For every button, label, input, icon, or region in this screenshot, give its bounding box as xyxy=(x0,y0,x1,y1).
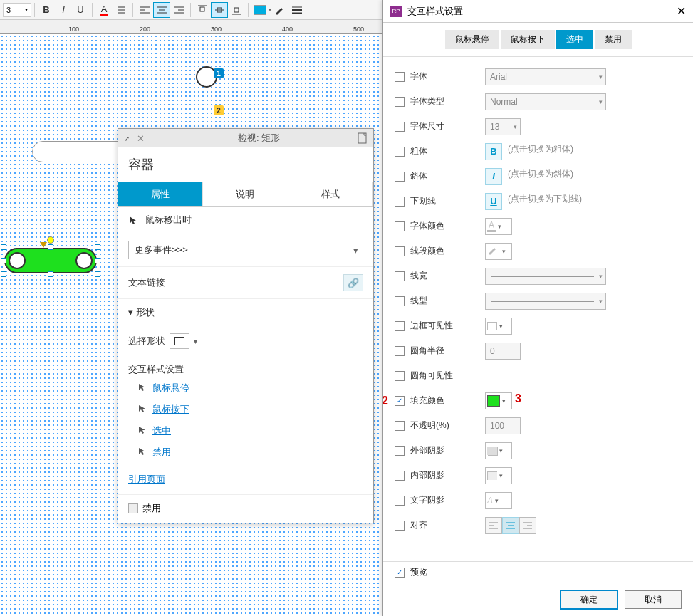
valign-bottom-button[interactable] xyxy=(228,2,245,18)
inspector-header[interactable]: ⤢ ✕ 检视: 矩形 xyxy=(118,129,373,147)
align-left-button[interactable] xyxy=(136,2,153,18)
line-style-select[interactable] xyxy=(485,293,606,310)
align-center-icon xyxy=(157,6,167,14)
opacity-input[interactable]: 100 xyxy=(485,417,521,434)
checkbox[interactable] xyxy=(395,521,405,531)
checkbox[interactable] xyxy=(395,221,405,231)
bold-button[interactable]: B xyxy=(38,2,55,18)
tab-disabled[interactable]: 禁用 xyxy=(595,30,632,49)
inner-shadow-picker[interactable]: ▾ xyxy=(485,467,512,484)
checkbox[interactable] xyxy=(395,421,405,431)
inspector-panel: ⤢ ✕ 检视: 矩形 容器 属性 说明 样式 鼠标移出时 更多事件>>>▾ 文本… xyxy=(118,128,374,523)
checkbox[interactable] xyxy=(395,172,405,182)
checkbox[interactable] xyxy=(395,371,405,381)
font-size-select[interactable]: 3▾ xyxy=(3,3,31,17)
checkbox-icon[interactable] xyxy=(128,503,138,513)
disable-row[interactable]: 禁用 xyxy=(118,494,373,519)
outer-shadow-picker[interactable]: ▾ xyxy=(485,442,512,459)
text-color-picker[interactable]: A▾ xyxy=(485,218,512,235)
resize-handle[interactable] xyxy=(1,258,6,263)
fill-button[interactable] xyxy=(251,2,269,18)
style-mousedown-row[interactable]: 鼠标按下 xyxy=(118,399,373,420)
text-shadow-picker[interactable]: A▾ xyxy=(485,492,512,509)
underline-toggle[interactable]: U xyxy=(485,193,502,210)
checkbox[interactable] xyxy=(395,271,405,281)
rotate-handle[interactable] xyxy=(47,236,54,244)
checkbox[interactable] xyxy=(395,396,405,406)
resize-handle[interactable] xyxy=(1,271,6,277)
shape-handle[interactable] xyxy=(40,242,47,248)
checkbox[interactable] xyxy=(395,346,405,356)
border-vis-picker[interactable]: ▾ xyxy=(485,318,512,335)
resize-handle[interactable] xyxy=(95,258,100,263)
marker-1: 1 xyxy=(214,68,224,78)
tab-properties[interactable]: 属性 xyxy=(118,182,203,206)
align-right[interactable] xyxy=(519,517,536,534)
font-size-select[interactable]: 13▾ xyxy=(485,118,521,135)
tab-mousedown[interactable]: 鼠标按下 xyxy=(501,30,555,49)
style-hover-row[interactable]: 鼠标悬停 xyxy=(118,377,373,399)
ok-button[interactable]: 确定 xyxy=(561,590,618,609)
checkbox[interactable] xyxy=(395,122,405,132)
checkbox[interactable] xyxy=(395,72,405,82)
more-events-select[interactable]: 更多事件>>>▾ xyxy=(128,241,363,259)
checkbox[interactable] xyxy=(395,296,405,306)
fill-color-picker[interactable]: ▾ xyxy=(485,392,512,409)
valign-top-button[interactable] xyxy=(194,2,211,18)
preview-checkbox[interactable]: ✓ xyxy=(395,568,405,578)
tab-hover[interactable]: 鼠标悬停 xyxy=(445,30,499,49)
reference-page-row[interactable]: 引用页面 xyxy=(118,469,373,490)
checkbox[interactable] xyxy=(395,197,405,207)
shape-picker[interactable] xyxy=(170,333,189,349)
underline-button[interactable]: U xyxy=(72,2,89,18)
bullets-button[interactable] xyxy=(113,2,130,18)
close-icon[interactable]: ✕ xyxy=(137,133,145,144)
widget-name[interactable]: 容器 xyxy=(118,147,373,182)
checkbox[interactable] xyxy=(395,471,405,481)
line-width-button[interactable] xyxy=(288,2,306,18)
font-select[interactable]: Arial▾ xyxy=(485,68,606,85)
cancel-button[interactable]: 取消 xyxy=(625,590,682,609)
checkbox[interactable] xyxy=(395,496,405,506)
italic-toggle[interactable]: I xyxy=(485,168,502,185)
dialog-body: 字体 Arial▾ 字体类型 Normal▾ 字体尺寸 13▾ 粗体 B(点击切… xyxy=(383,57,693,561)
selected-shape[interactable] xyxy=(4,248,97,273)
resize-handle[interactable] xyxy=(95,271,100,277)
link-button[interactable]: 🔗 xyxy=(343,274,363,291)
tab-style[interactable]: 样式 xyxy=(288,182,373,206)
line-color-button[interactable] xyxy=(271,2,288,18)
resize-handle[interactable] xyxy=(95,244,100,250)
close-icon[interactable]: ✕ xyxy=(677,4,686,18)
style-selected-row[interactable]: 1 选中 xyxy=(118,420,373,442)
line-color-picker[interactable]: ▾ xyxy=(485,243,512,260)
prop-opacity: 不透明(%) 100 xyxy=(395,413,682,438)
resize-handle[interactable] xyxy=(48,271,53,277)
checkbox[interactable] xyxy=(395,97,405,107)
resize-handle[interactable] xyxy=(48,244,53,250)
align-center[interactable] xyxy=(502,517,519,534)
style-disabled-row[interactable]: 禁用 xyxy=(118,442,373,463)
valign-middle-button[interactable] xyxy=(211,2,228,18)
checkbox[interactable] xyxy=(395,147,405,157)
line-width-select[interactable] xyxy=(485,268,606,285)
document-icon[interactable] xyxy=(358,132,368,144)
checkbox[interactable] xyxy=(395,246,405,256)
font-type-select[interactable]: Normal▾ xyxy=(485,93,606,110)
shape-section-label[interactable]: ▾ 形状 xyxy=(128,306,155,319)
align-center-button[interactable] xyxy=(153,2,170,18)
tab-selected[interactable]: 选中 xyxy=(556,30,593,49)
select-shape-label: 选择形状 xyxy=(128,335,165,348)
corner-radius-input[interactable]: 0 xyxy=(485,343,521,360)
bold-toggle[interactable]: B xyxy=(485,143,502,160)
expand-icon[interactable]: ⤢ xyxy=(124,135,130,142)
dialog-titlebar[interactable]: RP 交互样式设置 ✕ xyxy=(383,0,693,23)
checkbox[interactable] xyxy=(395,321,405,331)
resize-handle[interactable] xyxy=(1,244,6,250)
align-left[interactable] xyxy=(485,517,502,534)
tab-notes[interactable]: 说明 xyxy=(203,182,288,206)
text-color-button[interactable]: A xyxy=(95,2,113,18)
rounded-rect-shape[interactable] xyxy=(32,141,132,162)
italic-button[interactable]: I xyxy=(55,2,72,18)
checkbox[interactable] xyxy=(395,446,405,456)
align-right-button[interactable] xyxy=(170,2,187,18)
